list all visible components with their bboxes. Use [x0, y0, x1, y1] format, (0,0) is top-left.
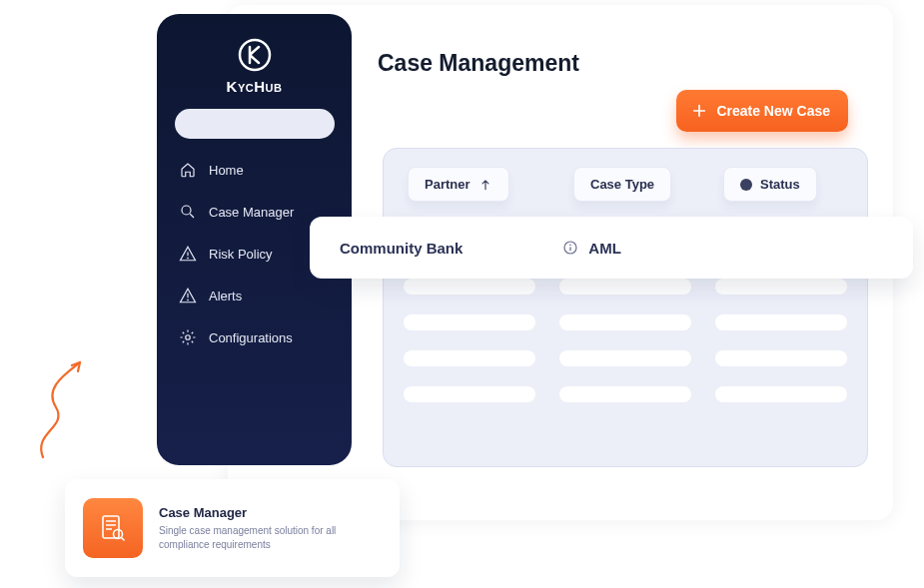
row-partner-cell: Community Bank — [340, 240, 462, 257]
warning-icon — [179, 245, 197, 263]
column-header-case-type[interactable]: Case Type — [573, 167, 671, 202]
svg-rect-2 — [570, 247, 571, 251]
row-case-type-cell: AML — [562, 240, 621, 257]
placeholder-cell — [404, 350, 535, 366]
create-new-case-button[interactable]: Create New Case — [676, 90, 848, 132]
case-manager-popover: Case Manager Single case management solu… — [65, 479, 400, 577]
placeholder-cell — [715, 386, 847, 402]
search-icon — [179, 203, 197, 221]
search-input[interactable] — [175, 109, 335, 139]
popover-title: Case Manager — [159, 505, 382, 520]
placeholder-cell — [715, 350, 847, 366]
placeholder-cell — [404, 314, 535, 330]
gear-icon — [179, 328, 197, 346]
home-icon — [179, 161, 197, 179]
page-title: Case Management — [378, 50, 848, 77]
sidebar-item-home[interactable]: Home — [179, 161, 334, 179]
status-dot-icon — [740, 179, 752, 191]
sidebar-item-label: Risk Policy — [209, 247, 273, 262]
document-search-icon — [83, 498, 143, 558]
column-label: Status — [760, 177, 800, 192]
svg-point-4 — [182, 206, 191, 215]
placeholder-cell — [715, 314, 847, 330]
placeholder-cell — [404, 386, 535, 402]
svg-rect-8 — [103, 516, 119, 538]
row-case-type-value: AML — [588, 240, 621, 257]
sidebar-item-configurations[interactable]: Configurations — [179, 328, 334, 346]
svg-point-7 — [186, 335, 191, 340]
column-header-partner[interactable]: Partner — [408, 167, 509, 202]
sidebar-item-case-manager[interactable]: Case Manager — [179, 203, 334, 221]
sidebar-item-label: Case Manager — [209, 205, 294, 220]
column-header-status[interactable]: Status — [723, 167, 817, 202]
svg-point-6 — [187, 299, 188, 300]
placeholder-cell — [404, 279, 535, 294]
highlighted-case-row[interactable]: Community Bank AML — [310, 217, 913, 279]
brand-name: KycHub — [227, 78, 283, 95]
popover-text: Case Manager Single case management solu… — [159, 505, 382, 552]
sidebar-item-alerts[interactable]: Alerts — [179, 287, 334, 304]
placeholder-rows — [404, 279, 847, 402]
placeholder-cell — [715, 279, 847, 294]
create-button-label: Create New Case — [716, 103, 830, 119]
sidebar-item-label: Configurations — [209, 330, 293, 345]
svg-point-5 — [187, 258, 188, 259]
logo-icon — [238, 38, 272, 72]
placeholder-cell — [559, 350, 691, 366]
placeholder-cell — [559, 279, 691, 294]
plus-icon — [690, 102, 708, 120]
sidebar-item-label: Home — [209, 163, 244, 178]
sidebar-item-label: Alerts — [209, 289, 242, 303]
placeholder-cell — [559, 386, 691, 402]
decorative-arrow — [18, 327, 128, 467]
svg-point-3 — [240, 40, 270, 70]
cases-table: Partner Case Type Status — [383, 148, 868, 467]
info-icon — [562, 240, 578, 256]
alert-icon — [179, 287, 197, 304]
sort-asc-icon — [478, 178, 492, 192]
column-label: Partner — [425, 177, 470, 192]
svg-point-1 — [570, 245, 572, 247]
column-label: Case Type — [590, 177, 654, 192]
brand-logo: KycHub — [175, 38, 334, 95]
popover-description: Single case management solution for all … — [159, 524, 382, 552]
row-partner-value: Community Bank — [340, 240, 462, 257]
placeholder-cell — [559, 314, 691, 330]
